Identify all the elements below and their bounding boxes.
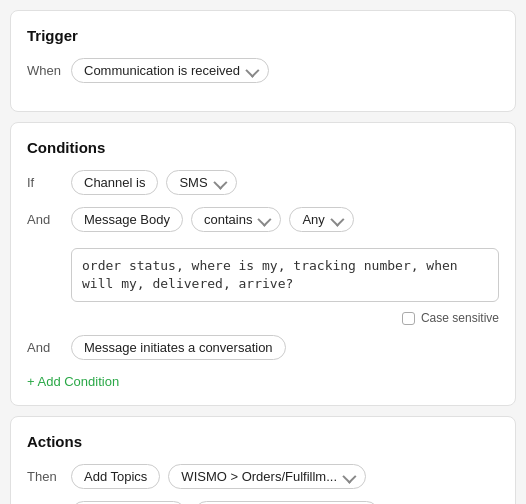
- contains-dropdown[interactable]: contains: [191, 207, 281, 232]
- any-value: Any: [302, 212, 324, 227]
- channel-is-pill[interactable]: Channel is: [71, 170, 158, 195]
- conditions-section: Conditions If Channel is SMS And Message…: [10, 122, 516, 406]
- sms-value: SMS: [179, 175, 207, 190]
- when-label: When: [27, 63, 63, 78]
- keyword-input[interactable]: order status, where is my, tracking numb…: [71, 248, 499, 302]
- and-label-2: And: [27, 340, 63, 355]
- contains-chevron-icon: [258, 212, 272, 226]
- trigger-dropdown-chevron-icon: [245, 63, 259, 77]
- conditions-title: Conditions: [27, 139, 499, 156]
- wismo-chevron-icon: [342, 469, 356, 483]
- trigger-section: Trigger When Communication is received: [10, 10, 516, 112]
- action-row-1: Then Add Topics WISMO > Orders/Fulfillm.…: [27, 464, 499, 489]
- trigger-title: Trigger: [27, 27, 499, 44]
- actions-section: Actions Then Add Topics WISMO > Orders/F…: [10, 416, 516, 504]
- contains-value: contains: [204, 212, 252, 227]
- any-dropdown[interactable]: Any: [289, 207, 353, 232]
- message-initiates-pill[interactable]: Message initiates a conversation: [71, 335, 286, 360]
- condition-row-and-1: And Message Body contains Any: [27, 207, 499, 232]
- case-sensitive-checkbox[interactable]: [402, 312, 415, 325]
- then-label-1: Then: [27, 469, 63, 484]
- case-sensitive-row: Case sensitive: [27, 311, 499, 325]
- condition-row-if: If Channel is SMS: [27, 170, 499, 195]
- trigger-dropdown-value: Communication is received: [84, 63, 240, 78]
- text-input-container: order status, where is my, tracking numb…: [71, 244, 499, 309]
- add-condition-label: + Add Condition: [27, 374, 119, 389]
- condition-row-and-2: And Message initiates a conversation: [27, 335, 499, 360]
- wismo-value: WISMO > Orders/Fulfillm...: [181, 469, 337, 484]
- trigger-row: When Communication is received: [27, 58, 499, 83]
- add-condition-link[interactable]: + Add Condition: [27, 374, 119, 389]
- sms-chevron-icon: [213, 175, 227, 189]
- and-label-1: And: [27, 212, 63, 227]
- case-sensitive-label: Case sensitive: [421, 311, 499, 325]
- sms-dropdown[interactable]: SMS: [166, 170, 236, 195]
- trigger-dropdown[interactable]: Communication is received: [71, 58, 269, 83]
- any-chevron-icon: [330, 212, 344, 226]
- actions-title: Actions: [27, 433, 499, 450]
- if-label: If: [27, 175, 63, 190]
- message-body-pill[interactable]: Message Body: [71, 207, 183, 232]
- add-topics-pill[interactable]: Add Topics: [71, 464, 160, 489]
- wismo-dropdown[interactable]: WISMO > Orders/Fulfillm...: [168, 464, 366, 489]
